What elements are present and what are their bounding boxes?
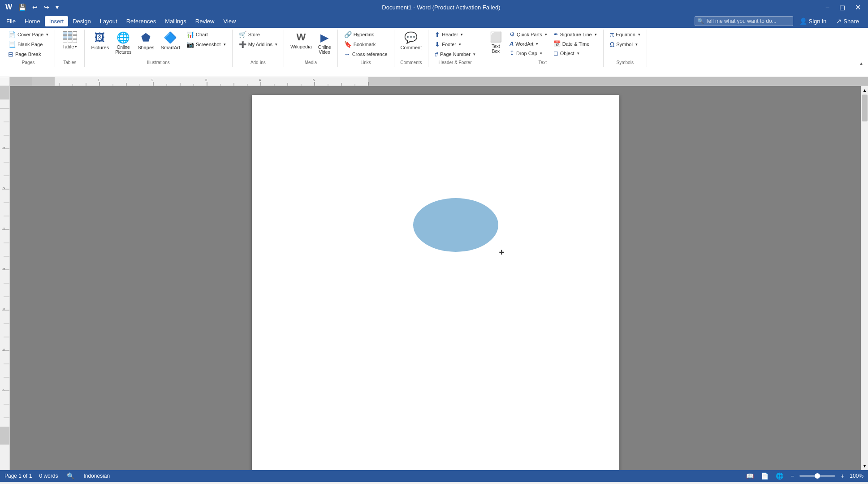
print-layout-button[interactable]: 📄 <box>759 471 770 480</box>
close-button[interactable]: ✕ <box>851 1 864 13</box>
menu-review[interactable]: Review <box>191 16 219 26</box>
svg-text:2: 2 <box>2 187 6 189</box>
scroll-thumb[interactable] <box>862 95 868 121</box>
proofing-button[interactable]: 🔍 <box>65 471 76 480</box>
cover-page-button[interactable]: 📄 Cover Page▾ <box>5 30 51 39</box>
svg-text:5: 5 <box>2 308 6 310</box>
menu-insert[interactable]: Insert <box>45 16 69 26</box>
object-button[interactable]: ◻ Object▾ <box>551 48 600 58</box>
wordart-button[interactable]: A WordArt▾ <box>507 39 550 48</box>
menu-layout[interactable]: Layout <box>95 16 122 26</box>
smartart-button[interactable]: 🔷 SmartArt <box>158 30 183 52</box>
share-button[interactable]: ↗ Share <box>833 17 863 25</box>
header-button[interactable]: ⬆ Header▾ <box>432 30 478 39</box>
ribbon-collapse-button[interactable]: ▲ <box>856 60 866 67</box>
move-cursor: + <box>499 247 505 258</box>
menu-view[interactable]: View <box>219 16 240 26</box>
ribbon-group-header-footer: ⬆ Header▾ ⬇ Footer▾ # Page Number▾ Heade… <box>428 30 482 67</box>
table-icon <box>63 31 77 43</box>
ribbon-group-media: W Wikipedia ▶ OnlineVideo Media <box>284 30 338 67</box>
comment-icon: 💬 <box>404 31 418 44</box>
equation-button[interactable]: π Equation▾ <box>607 30 643 39</box>
status-right: 📖 📄 🌐 − + 100% <box>744 471 864 480</box>
cover-page-icon: 📄 <box>8 31 16 38</box>
restore-button[interactable]: ◻ <box>836 1 849 13</box>
word-icon-button[interactable]: W <box>4 2 14 12</box>
language-indicator[interactable]: Indonesian <box>83 473 110 479</box>
pictures-button[interactable]: 🖼 Pictures <box>88 30 112 52</box>
drop-cap-button[interactable]: ↧ Drop Cap▾ <box>507 48 550 58</box>
pictures-icon: 🖼 <box>95 31 105 44</box>
zoom-slider[interactable] <box>799 475 835 477</box>
document-page: + <box>252 95 619 470</box>
header-footer-group-label: Header & Footer <box>432 59 478 67</box>
ellipse-shape[interactable] <box>413 198 498 252</box>
store-button[interactable]: 🛒 Store <box>236 30 280 39</box>
my-addins-button[interactable]: ➕ My Add-ins▾ <box>236 39 280 49</box>
svg-text:3: 3 <box>205 78 207 82</box>
chart-icon: 📊 <box>186 31 194 38</box>
hyperlink-button[interactable]: 🔗 Hyperlink <box>341 30 390 39</box>
signature-line-button[interactable]: ✒ Signature Line▾ <box>551 30 600 39</box>
screenshot-button[interactable]: 📷 Screenshot▾ <box>184 39 229 49</box>
menu-design[interactable]: Design <box>68 16 95 26</box>
scroll-down-button[interactable]: ▼ <box>863 462 867 470</box>
tables-group-label: Tables <box>59 59 81 67</box>
svg-text:1: 1 <box>2 147 6 149</box>
title-bar-right: − ◻ ✕ <box>822 1 864 13</box>
wikipedia-button[interactable]: W Wikipedia <box>288 30 315 51</box>
zoom-in-button[interactable]: + <box>839 471 846 480</box>
comment-button[interactable]: 💬 Comment <box>398 30 425 52</box>
bookmark-button[interactable]: 🔖 Bookmark <box>341 39 390 49</box>
svg-text:4: 4 <box>259 78 261 82</box>
scroll-up-button[interactable]: ▲ <box>863 86 867 95</box>
online-pictures-icon: 🌐 <box>117 31 130 44</box>
document-scroll-area[interactable]: + <box>10 86 861 470</box>
customize-qat-button[interactable]: ▾ <box>54 3 60 12</box>
screenshot-icon: 📷 <box>186 41 194 48</box>
save-button[interactable]: 💾 <box>17 3 28 12</box>
quick-parts-button[interactable]: ⚙ Quick Parts▾ <box>507 30 550 39</box>
menu-file[interactable]: File <box>2 16 20 26</box>
symbol-button[interactable]: Ω Symbol▾ <box>607 39 643 49</box>
vertical-ruler-svg: 1 2 3 4 5 6 <box>0 86 10 445</box>
search-icon: 🔍 <box>697 18 704 24</box>
undo-button[interactable]: ↩ <box>30 3 39 12</box>
minimize-button[interactable]: − <box>822 1 833 13</box>
object-icon: ◻ <box>553 50 558 56</box>
footer-button[interactable]: ⬇ Footer▾ <box>432 39 478 49</box>
page-number-button[interactable]: # Page Number▾ <box>432 49 478 59</box>
table-button[interactable]: Table ▾ <box>59 30 81 51</box>
sign-in-button[interactable]: 👤 Sign in <box>796 17 830 25</box>
chart-button[interactable]: 📊 Chart <box>184 30 229 39</box>
blank-page-button[interactable]: 📃 Blank Page <box>5 39 51 49</box>
svg-text:3: 3 <box>2 227 6 229</box>
menu-home[interactable]: Home <box>20 16 45 26</box>
menu-mailings[interactable]: Mailings <box>160 16 191 26</box>
shapes-button[interactable]: ⬟ Shapes <box>135 30 157 52</box>
page-break-button[interactable]: ⊟ Page Break <box>5 49 51 59</box>
page-break-icon: ⊟ <box>8 51 13 58</box>
read-mode-button[interactable]: 📖 <box>744 471 756 480</box>
svg-text:5: 5 <box>313 78 315 82</box>
svg-text:7: 7 <box>2 389 6 391</box>
online-video-button[interactable]: ▶ OnlineVideo <box>315 30 334 56</box>
zoom-out-button[interactable]: − <box>789 471 796 480</box>
wordart-icon: A <box>510 40 514 47</box>
redo-button[interactable]: ↪ <box>42 3 51 12</box>
cross-reference-button[interactable]: ↔ Cross-reference <box>341 49 390 59</box>
horizontal-ruler: 1 2 3 4 5 <box>0 77 868 86</box>
svg-rect-2 <box>368 77 400 86</box>
text-box-button[interactable]: ⬜ TextBox <box>486 30 506 56</box>
vertical-scrollbar[interactable]: ▲ ▼ <box>861 86 868 470</box>
menu-references[interactable]: References <box>122 16 160 26</box>
ruler-svg: 1 2 3 4 5 <box>32 77 400 86</box>
date-time-button[interactable]: 📅 Date & Time <box>551 39 600 48</box>
ribbon-group-comments: 💬 Comment Comments <box>394 30 429 67</box>
date-time-icon: 📅 <box>553 40 561 47</box>
online-pictures-button[interactable]: 🌐 OnlinePictures <box>112 30 134 56</box>
online-video-icon: ▶ <box>320 31 328 44</box>
search-input[interactable] <box>695 16 793 26</box>
status-bar: Page 1 of 1 0 words 🔍 Indonesian 📖 📄 🌐 −… <box>0 470 868 482</box>
web-layout-button[interactable]: 🌐 <box>774 471 785 480</box>
